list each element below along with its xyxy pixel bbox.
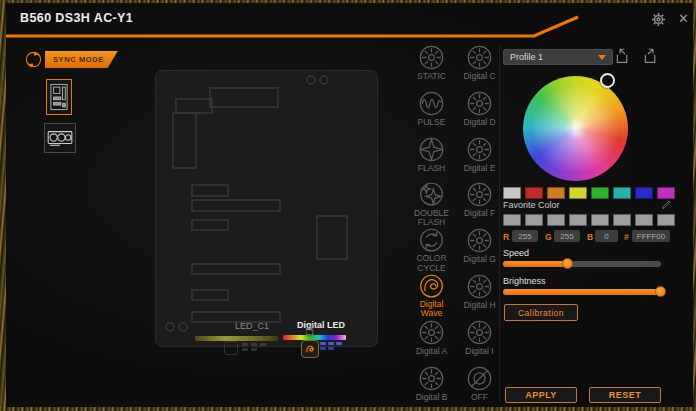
preset-color-swatch[interactable]: [657, 187, 675, 199]
profile-select-value: Profile 1: [510, 52, 543, 62]
effect-label: Digital H: [463, 301, 495, 310]
color-wheel[interactable]: [523, 76, 628, 181]
effect-digital-i[interactable]: Digital I: [456, 319, 503, 365]
effect-digital-c[interactable]: Digital C: [456, 44, 503, 90]
speed-slider[interactable]: [503, 261, 661, 267]
led-c1-effect-chip: [224, 341, 238, 355]
brightness-slider-fill: [503, 289, 661, 295]
digital-led-dash: [328, 347, 334, 350]
import-profile-icon[interactable]: [614, 48, 631, 65]
hex-value-field[interactable]: FFFF00: [632, 230, 670, 242]
speed-label: Speed: [503, 248, 529, 258]
effect-static[interactable]: STATIC: [408, 44, 455, 90]
favorite-color-swatch[interactable]: [591, 214, 609, 226]
preset-color-swatch[interactable]: [503, 187, 521, 199]
effect-label: PULSE: [418, 118, 446, 127]
preset-color-swatch[interactable]: [635, 187, 653, 199]
effect-digital-f[interactable]: Digital F: [456, 181, 503, 227]
sun-icon: [466, 44, 493, 71]
edit-pencil-icon[interactable]: [661, 199, 672, 210]
sun-icon: [466, 181, 493, 208]
profile-select[interactable]: Profile 1: [503, 49, 613, 65]
sync-mode-label: SYNC MODE: [45, 51, 118, 68]
effect-digital-h[interactable]: Digital H: [456, 273, 503, 319]
effect-label: Digital D: [463, 118, 495, 127]
off-icon: [466, 365, 493, 392]
preset-color-swatch[interactable]: [591, 187, 609, 199]
favorite-color-swatch[interactable]: [547, 214, 565, 226]
close-icon[interactable]: ✕: [678, 12, 689, 26]
favorite-color-swatch[interactable]: [657, 214, 675, 226]
preset-color-row: [503, 187, 675, 199]
calibration-button[interactable]: Calibration: [504, 304, 578, 321]
effect-flash[interactable]: FLASH: [408, 136, 455, 182]
digital-led-effect-chip[interactable]: [301, 340, 319, 358]
sun-icon: [418, 365, 445, 392]
b-value-field[interactable]: 0: [595, 230, 618, 242]
preset-color-swatch[interactable]: [569, 187, 587, 199]
favorite-color-swatch[interactable]: [569, 214, 587, 226]
motherboard-diagram: [155, 70, 376, 345]
gear-icon[interactable]: [651, 12, 666, 27]
effect-label: Digital F: [464, 209, 495, 218]
favorite-color-swatch[interactable]: [525, 214, 543, 226]
led-c1-preview-bar[interactable]: [195, 336, 278, 341]
digital-led-dash: [320, 347, 326, 350]
sun-icon: [466, 227, 493, 254]
effect-pulse[interactable]: PULSE: [408, 90, 455, 136]
favorite-color-label: Favorite Color: [503, 200, 560, 210]
color-cycle-icon: [418, 227, 445, 253]
reset-button[interactable]: RESET: [589, 387, 661, 403]
apply-button[interactable]: APPLY: [505, 387, 577, 403]
preset-color-swatch[interactable]: [525, 187, 543, 199]
led-c1-dash: [251, 343, 257, 346]
effect-off[interactable]: OFF: [456, 365, 503, 411]
device-thumb-motherboard[interactable]: [46, 79, 72, 115]
sync-icon: [24, 50, 43, 69]
brightness-slider[interactable]: [503, 289, 661, 295]
double-flash-icon: [418, 181, 445, 207]
digital-wave-icon: [418, 273, 445, 299]
mouse-cursor-icon: ☝: [305, 321, 314, 339]
color-wheel-selector[interactable]: [600, 73, 615, 88]
wave-chip-icon: [304, 343, 317, 356]
effect-digital-wave[interactable]: Digital Wave: [408, 273, 455, 319]
sync-mode-button[interactable]: SYNC MODE: [24, 50, 118, 69]
effect-label: COLOR CYCLE: [408, 254, 455, 273]
export-profile-icon[interactable]: [642, 48, 659, 65]
effect-double-flash[interactable]: DOUBLE FLASH: [408, 181, 455, 227]
brightness-label: Brightness: [503, 276, 546, 286]
brightness-slider-knob[interactable]: [655, 286, 666, 297]
effect-digital-g[interactable]: Digital G: [456, 227, 503, 273]
speed-slider-knob[interactable]: [562, 258, 573, 269]
effect-label: OFF: [471, 393, 488, 402]
effect-label: FLASH: [418, 164, 445, 173]
effect-label: Digital G: [463, 255, 496, 264]
device-thumb-graphics-card[interactable]: [44, 123, 76, 153]
favorite-color-swatch[interactable]: [635, 214, 653, 226]
b-label: B: [587, 232, 593, 242]
digital-led-dash: [320, 342, 326, 345]
g-value-field[interactable]: 255: [554, 230, 580, 242]
sun-icon: [466, 90, 493, 117]
effect-color-cycle[interactable]: COLOR CYCLE: [408, 227, 455, 273]
effect-label: Digital B: [416, 393, 448, 402]
led-c1-dash: [242, 348, 248, 351]
favorite-color-swatch[interactable]: [503, 214, 521, 226]
panel-divider: [499, 45, 500, 401]
effect-digital-d[interactable]: Digital D: [456, 90, 503, 136]
header-accent-swoosh: [6, 3, 693, 47]
preset-color-swatch[interactable]: [613, 187, 631, 199]
desktop-background: B560 DS3H AC-Y1 ✕: [0, 0, 696, 411]
effect-label: DOUBLE FLASH: [408, 209, 455, 228]
effect-digital-a[interactable]: Digital A: [408, 319, 455, 365]
favorite-color-swatch[interactable]: [613, 214, 631, 226]
motherboard-icon: [50, 83, 68, 111]
led-c1-dash: [260, 343, 266, 346]
effect-digital-b[interactable]: Digital B: [408, 365, 455, 411]
effect-digital-e[interactable]: Digital E: [456, 136, 503, 182]
led-c1-zone-label[interactable]: LED_C1: [235, 321, 269, 331]
r-value-field[interactable]: 255: [512, 230, 538, 242]
preset-color-swatch[interactable]: [547, 187, 565, 199]
favorite-color-row: [503, 214, 675, 226]
